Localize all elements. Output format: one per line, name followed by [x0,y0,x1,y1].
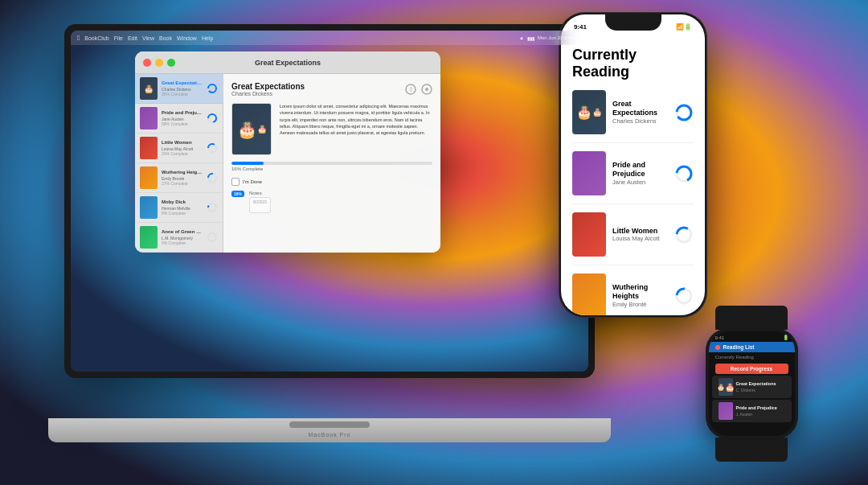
iphone-cover-1 [572,151,606,195]
menu-edit[interactable]: Edit [128,35,137,41]
sidebar-progress-3: 27% Complete [162,181,203,186]
sidebar-progress-circle-1 [207,113,218,124]
iphone-info-2: Little Women Louisa May Alcott [612,227,668,243]
settings-icon[interactable] [421,84,432,95]
iphone-author-2: Louisa May Alcott [612,235,668,242]
progress-bar-section: 16% Complete [231,162,432,171]
menu-help[interactable]: Help [202,35,213,41]
sidebar-title-0: Great Expectations [162,80,203,86]
svg-point-17 [677,105,691,120]
menu-bookclub[interactable]: BookClub [84,35,108,41]
watch-record-btn[interactable]: Record Progress [715,364,788,374]
window-minimize-button[interactable] [155,59,163,67]
watch-book-info-1: Pride and Prejudice J. Austen [736,405,777,416]
main-book-cover: 🎂 [231,103,272,155]
watch-battery-icon: 🔋 [783,335,788,340]
svg-text:⇧: ⇧ [408,86,414,93]
sidebar-progress-circle-5 [207,232,218,243]
sidebar-cover-moby-dick [140,196,158,219]
main-book-title: Great Expectations [231,82,305,91]
iphone-screen: 9:41 📶🔋 Currently Reading 🎂 Great Expect… [561,14,705,315]
iphone-cover-2 [572,212,606,257]
menu-book[interactable]: Book [159,35,172,41]
iphone-cover-3 [572,273,606,315]
notes-input[interactable]: 8/23/23 [249,197,271,213]
watch-title-1: Pride and Prejudice [736,405,777,411]
iphone-progress-1 [674,164,694,183]
sidebar-item-wuthering[interactable]: Wuthering Heights Emily Brontë 27% Compl… [135,163,223,193]
window-title: Great Expectations [255,59,321,67]
iphone-cover-0: 🎂 [572,90,606,134]
menu-file[interactable]: File [114,35,123,41]
notes-section-label: Notes [249,191,271,195]
watch-book-0[interactable]: 🎂 Great Expectations C. Dickens [712,376,792,398]
main-body: 🎂 Lorem ipsum dolor sit amet, consectetu… [231,103,432,155]
iphone-title-1: Pride and Prejudice [612,161,668,179]
sidebar-cover-great-expectations [140,77,158,100]
sidebar-item-pride[interactable]: Pride and Prejudice Jane Austen 68% Comp… [135,104,223,134]
macbook-display:  BookClub File Edit View Book Window He… [71,31,588,372]
iphone-book-1[interactable]: Pride and Prejudice Jane Austen [572,151,694,204]
iphone-book-2[interactable]: Little Women Louisa May Alcott [572,212,694,265]
svg-point-8 [208,203,216,212]
sidebar-book-info-2: Little Women Louisa May Alcott 33% Compl… [162,140,203,155]
sidebar-progress-5: 0% Complete [162,240,203,245]
window-body: Great Expectations Charles Dickens 96% C… [135,74,440,253]
sidebar-cover-pride [140,107,158,129]
watch-title: Reading List [723,344,755,350]
sidebar-item-anne[interactable]: Anne of Green Gables L.M. Montgomery 0% … [135,223,223,253]
sidebar-item-moby-dick[interactable]: Moby Dick Herman Melville 8% Complete [135,193,223,223]
iphone-info-1: Pride and Prejudice Jane Austen [612,161,668,186]
sidebar-item-great-expectations[interactable]: Great Expectations Charles Dickens 96% C… [135,74,223,104]
sidebar-progress-0: 96% Complete [162,92,203,97]
sidebar-cover-wuthering [140,166,158,189]
sidebar-progress-4: 8% Complete [162,211,203,216]
window-close-button[interactable] [143,59,151,67]
iphone-book-0[interactable]: 🎂 Great Expectations Charles Dickens [572,90,694,143]
window-maximize-button[interactable] [167,59,175,67]
iphone-title-3: Wuthering Heights [612,283,668,301]
sidebar-book-info-4: Moby Dick Herman Melville 8% Complete [162,199,203,215]
watch-section-label: Currently Reading [709,352,795,362]
watch-author-0: C. Dickens [736,388,776,393]
iphone-book-3[interactable]: Wuthering Heights Emily Brontë [572,273,694,315]
menu-window[interactable]: Window [177,35,197,41]
sidebar-progress-1: 68% Complete [162,121,203,126]
sidebar-title-1: Pride and Prejudice [162,110,203,116]
watch-title-bar: Reading List [709,342,795,352]
watch-cover-0: 🎂 [719,378,733,396]
iphone-title-2: Little Women [612,227,668,236]
iphone-author-0: Charles Dickens [612,117,668,125]
iphone-author-1: Jane Austen [612,179,668,186]
macbook-screen:  BookClub File Edit View Book Window He… [64,24,595,378]
watch-status-bar: 9:41 🔋 [709,331,795,342]
menu-clock: Mon Jun 22 9:41 AM [538,35,582,40]
done-checkbox[interactable] [231,178,240,186]
macbook-label: MacBook Pro [308,432,350,438]
iphone-author-3: Emily Brontë [612,301,668,308]
iphone-progress-3 [674,286,694,306]
window-titlebar: Great Expectations [135,51,440,74]
watch-cover-1 [719,402,733,420]
menu-view[interactable]: View [142,35,154,41]
done-checkbox-row: I'm Done [231,178,432,186]
notes-badge: 16% [231,191,244,197]
watch-title-0: Great Expectations [736,381,776,387]
main-header: Great Expectations Charles Dickens ⇧ [231,82,432,97]
main-book-description: Lorem ipsum dolor sit amet, consectetur … [280,103,432,155]
sidebar-item-little-women[interactable]: Little Women Louisa May Alcott 33% Compl… [135,134,223,163]
main-book-author: Charles Dickens [231,91,305,97]
iphone-info-0: Great Expectations Charles Dickens [612,100,668,125]
sidebar-progress-2: 33% Complete [162,151,203,156]
svg-point-1 [208,84,216,92]
watch-screen: 9:41 🔋 Reading List Currently Reading Re… [709,331,795,436]
watch-book-1[interactable]: Pride and Prejudice J. Austen [712,400,792,422]
menu-bar-left:  BookClub File Edit View Book Window He… [77,34,513,42]
svg-point-10 [208,233,216,241]
sidebar-title-2: Little Women [162,140,203,146]
watch-band-top [715,306,788,330]
share-icon[interactable]: ⇧ [405,84,416,95]
sidebar-progress-circle-0 [207,83,218,94]
watch-author-1: J. Austen [736,412,777,417]
iphone-notch [605,14,661,31]
